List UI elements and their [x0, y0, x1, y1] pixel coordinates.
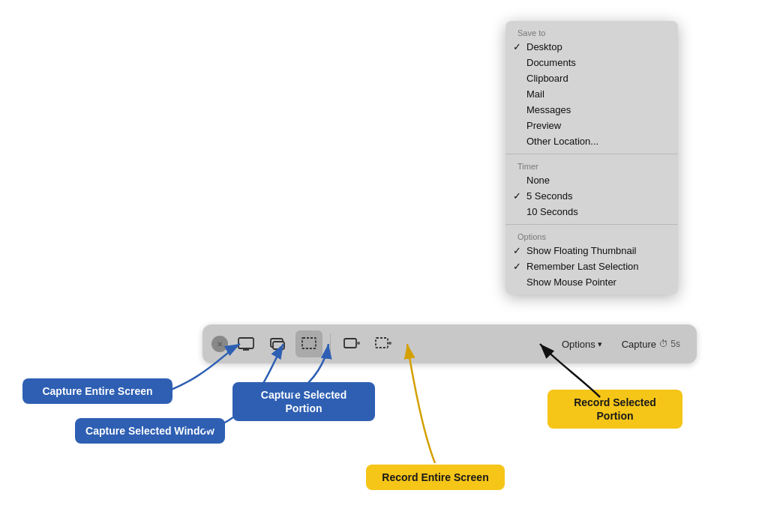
menu-item-preview[interactable]: Preview [506, 118, 678, 133]
label-capture-entire-screen: Capture Entire Screen [22, 378, 172, 404]
save-to-header: Save to [506, 25, 678, 39]
svg-rect-4 [273, 342, 284, 349]
menu-item-messages[interactable]: Messages [506, 102, 678, 118]
record-selected-portion-button[interactable] [370, 330, 397, 357]
toolbar-divider [330, 333, 331, 354]
menu-item-documents[interactable]: Documents [506, 55, 678, 70]
menu-item-remember-selection[interactable]: Remember Last Selection [506, 259, 678, 274]
svg-point-7 [357, 342, 360, 345]
svg-point-10 [388, 342, 392, 345]
menu-item-timer-none[interactable]: None [506, 172, 678, 188]
toolbar-options-group: Options Capture ⏱ 5s [556, 336, 688, 353]
options-button[interactable]: Options [556, 336, 608, 353]
dropdown-menu[interactable]: Save to Desktop Documents Clipboard Mail… [506, 21, 678, 294]
record-entire-screen-button[interactable] [338, 330, 365, 357]
close-button[interactable] [212, 336, 228, 352]
capture-entire-screen-button[interactable] [232, 330, 260, 357]
label-capture-selected-portion: Capture SelectedPortion [232, 382, 375, 421]
menu-item-timer-10[interactable]: 10 Seconds [506, 204, 678, 220]
capture-button[interactable]: Capture ⏱ 5s [614, 336, 688, 353]
capture-selected-window-button[interactable] [264, 330, 291, 357]
menu-item-clipboard[interactable]: Clipboard [506, 70, 678, 86]
options-header: Options [506, 229, 678, 243]
label-capture-selected-window: Capture Selected Window [75, 418, 225, 444]
menu-item-timer-5[interactable]: 5 Seconds [506, 188, 678, 204]
capture-selected-portion-button[interactable] [296, 330, 322, 357]
svg-rect-9 [376, 338, 388, 348]
menu-item-mail[interactable]: Mail [506, 86, 678, 102]
capture-label: Capture [622, 339, 656, 350]
timer-section: Timer None 5 Seconds 10 Seconds [506, 154, 678, 225]
svg-rect-0 [238, 338, 254, 348]
label-record-entire-screen: Record Entire Screen [366, 465, 505, 490]
menu-item-show-mouse[interactable]: Show Mouse Pointer [506, 274, 678, 290]
screenshot-toolbar: Options Capture ⏱ 5s [202, 324, 697, 363]
timer-header: Timer [506, 159, 678, 172]
menu-item-desktop[interactable]: Desktop [506, 39, 678, 55]
svg-rect-6 [344, 339, 356, 348]
svg-rect-5 [302, 338, 316, 348]
menu-item-show-thumbnail[interactable]: Show Floating Thumbnail [506, 243, 678, 259]
menu-item-other-location[interactable]: Other Location... [506, 133, 678, 149]
label-record-selected-portion: Record SelectedPortion [548, 390, 682, 429]
options-section: Options Show Floating Thumbnail Remember… [506, 225, 678, 294]
capture-timer: ⏱ 5s [659, 339, 680, 349]
save-to-section: Save to Desktop Documents Clipboard Mail… [506, 21, 678, 154]
